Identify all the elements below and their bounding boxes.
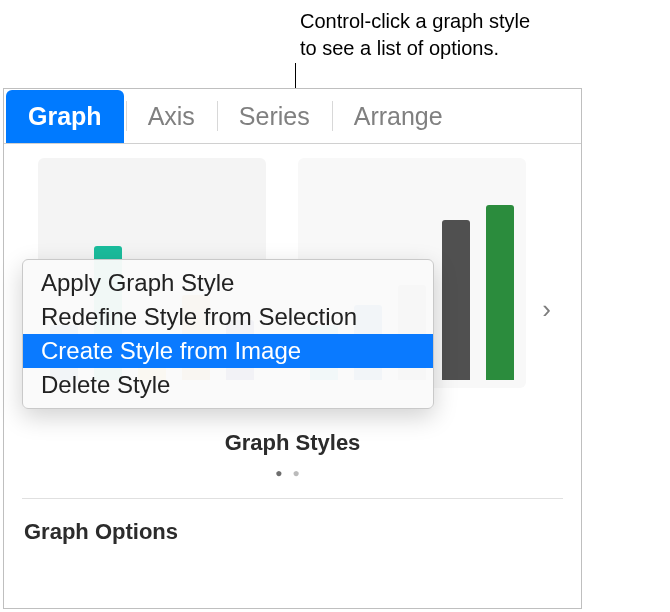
help-callout: Control-click a graph style to see a lis… xyxy=(300,8,530,62)
tab-arrange[interactable]: Arrange xyxy=(332,89,465,143)
menu-create-style-from-image[interactable]: Create Style from Image xyxy=(23,334,433,368)
tab-axis[interactable]: Axis xyxy=(126,89,217,143)
menu-delete-style[interactable]: Delete Style xyxy=(23,368,433,402)
graph-options-heading: Graph Options xyxy=(4,499,581,545)
menu-item-label: Delete Style xyxy=(41,371,170,398)
context-menu: Apply Graph Style Redefine Style from Se… xyxy=(22,259,434,409)
tab-graph[interactable]: Graph xyxy=(6,90,124,143)
page-dots[interactable]: ●● xyxy=(22,466,563,480)
menu-item-label: Redefine Style from Selection xyxy=(41,303,357,330)
menu-redefine-style[interactable]: Redefine Style from Selection xyxy=(23,300,433,334)
tab-series[interactable]: Series xyxy=(217,89,332,143)
graph-styles-section: › Graph Styles ●● Apply Graph Style Rede… xyxy=(22,144,563,499)
section-title: Graph Styles xyxy=(22,430,563,456)
thumb-bar xyxy=(442,220,470,380)
inspector-panel: Graph Axis Series Arrange xyxy=(3,88,582,609)
thumb-bar xyxy=(486,205,514,380)
tab-label: Graph xyxy=(28,102,102,131)
tab-label: Arrange xyxy=(354,102,443,131)
tab-bar: Graph Axis Series Arrange xyxy=(4,89,581,144)
menu-apply-graph-style[interactable]: Apply Graph Style xyxy=(23,266,433,300)
menu-item-label: Create Style from Image xyxy=(41,337,301,364)
page-dot: ● xyxy=(293,466,310,480)
tab-label: Series xyxy=(239,102,310,131)
menu-item-label: Apply Graph Style xyxy=(41,269,234,296)
tab-label: Axis xyxy=(148,102,195,131)
chevron-right-icon[interactable]: › xyxy=(542,294,551,325)
page-dot-active: ● xyxy=(275,466,292,480)
